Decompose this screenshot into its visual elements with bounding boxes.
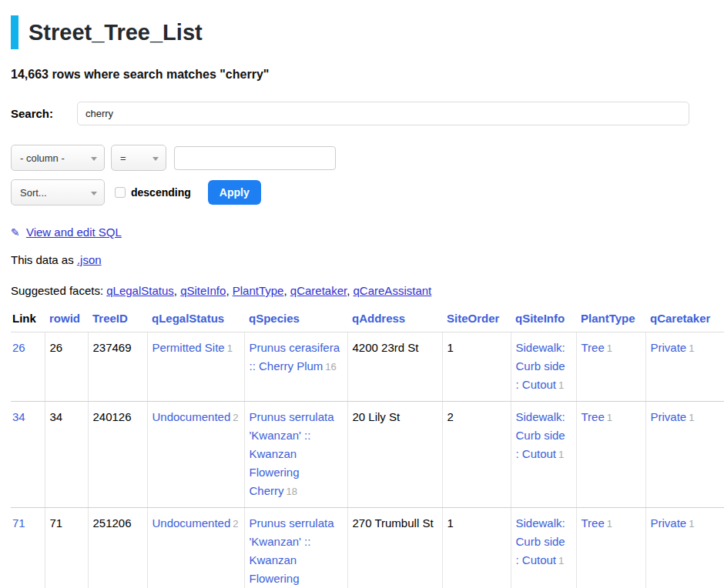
descending-label: descending	[131, 186, 191, 199]
column-header-treeid: TreeID	[88, 309, 147, 332]
qlegalstatus-facet-link[interactable]: Undocumented	[153, 410, 231, 423]
sort-column-treeid[interactable]: TreeID	[92, 312, 128, 325]
column-header-link: Link	[11, 309, 45, 332]
facet-link-qlegalstatus[interactable]: qLegalStatus	[106, 284, 174, 297]
column-header-qaddress: qAddress	[347, 309, 442, 332]
sort-column-rowid[interactable]: rowid	[49, 312, 80, 325]
qcaretaker-facet-link[interactable]: Private	[651, 341, 687, 354]
view-edit-sql-link[interactable]: View and edit SQL	[26, 226, 122, 239]
facet-link-qcareassistant[interactable]: qCareAssistant	[354, 284, 432, 297]
json-link[interactable]: .json	[77, 253, 102, 266]
facets-prefix: Suggested facets:	[11, 284, 106, 297]
sort-column-siteorder[interactable]: SiteOrder	[447, 312, 499, 325]
planttype-facet-link[interactable]: Tree	[582, 516, 605, 530]
qspecies-facet-link[interactable]: Prunus serrulata 'Kwanzan' :: Kwanzan Fl…	[250, 516, 334, 588]
table-header: Link rowid TreeID qLegalStatus qSpecies …	[11, 309, 724, 332]
facet-count: 1	[227, 342, 233, 354]
column-header-siteorder: SiteOrder	[442, 309, 511, 332]
sort-column-qaddress[interactable]: qAddress	[352, 312, 405, 325]
planttype-facet-link[interactable]: Tree	[582, 341, 605, 354]
cell-rowid: 71	[45, 508, 88, 588]
cell-link: 71	[11, 508, 45, 588]
sort-column-qcaretaker[interactable]: qCaretaker	[650, 312, 710, 325]
facet-separator: ,	[174, 284, 180, 297]
search-label: Search:	[11, 107, 77, 120]
cell-link: 34	[11, 402, 45, 508]
column-select-value: - column -	[20, 152, 65, 164]
cell-qaddress: 4200 23rd St	[347, 332, 442, 402]
facet-count: 1	[689, 412, 694, 423]
facet-count: 1	[607, 342, 612, 354]
sort-column-qlegalstatus[interactable]: qLegalStatus	[152, 312, 224, 325]
facet-count: 1	[558, 555, 564, 566]
page-header: Street_Tree_List	[11, 15, 724, 49]
facet-count: 2	[233, 412, 238, 423]
pencil-icon: ✎	[11, 226, 20, 239]
table-row: 26 26 237469 Permitted Site1 Prunus cera…	[11, 332, 724, 402]
page-title: Street_Tree_List	[28, 20, 203, 45]
cell-qsiteinfo: Sidewalk: Curb side : Cutout1	[511, 332, 576, 402]
qcaretaker-facet-link[interactable]: Private	[651, 516, 687, 530]
sort-select[interactable]: Sort...	[11, 179, 105, 205]
results-table: Link rowid TreeID qLegalStatus qSpecies …	[11, 309, 724, 588]
cell-siteorder: 2	[442, 402, 511, 508]
cell-qcaretaker: Private1	[645, 508, 724, 588]
suggested-facets-row: Suggested facets: qLegalStatus, qSiteInf…	[11, 284, 724, 297]
sort-column-qspecies[interactable]: qSpecies	[249, 312, 300, 325]
column-header-qsiteinfo: qSiteInfo	[511, 309, 576, 332]
facet-count: 1	[558, 379, 564, 391]
facet-count: 1	[607, 518, 612, 530]
chevron-down-icon	[91, 192, 97, 195]
column-header-planttype: PlantType	[576, 309, 645, 332]
search-input[interactable]	[77, 102, 689, 125]
row-link[interactable]: 71	[12, 516, 25, 530]
row-count-summary: 14,663 rows where search matches "cherry…	[11, 68, 724, 82]
facet-link-planttype[interactable]: PlantType	[233, 284, 284, 297]
table-row: 71 71 251206 Undocumented2 Prunus serrul…	[11, 508, 724, 588]
facet-separator: ,	[283, 284, 290, 297]
facet-count: 18	[287, 486, 297, 497]
sort-select-value: Sort...	[20, 187, 47, 199]
cell-link: 26	[11, 332, 45, 402]
cell-treeid: 237469	[88, 332, 147, 402]
cell-qlegalstatus: Undocumented2	[147, 402, 244, 508]
chevron-down-icon	[91, 157, 97, 161]
planttype-facet-link[interactable]: Tree	[582, 410, 605, 423]
facet-link-qsiteinfo[interactable]: qSiteInfo	[180, 284, 226, 297]
facet-count: 1	[607, 412, 612, 423]
cell-treeid: 240126	[88, 402, 147, 508]
facet-count: 2	[233, 518, 238, 530]
facet-separator: ,	[347, 284, 353, 297]
table-row: 34 34 240126 Undocumented2 Prunus serrul…	[11, 402, 724, 508]
cell-qspecies: Prunus cerasifera :: Cherry Plum16	[244, 332, 347, 402]
data-as-prefix: This data as	[11, 253, 77, 266]
qcaretaker-facet-link[interactable]: Private	[651, 410, 687, 423]
row-link[interactable]: 34	[12, 410, 25, 423]
sort-column-planttype[interactable]: PlantType	[581, 312, 635, 325]
filter-row: - column - =	[11, 145, 724, 171]
cell-qcaretaker: Private1	[645, 332, 724, 402]
cell-planttype: Tree1	[576, 332, 645, 402]
cell-qaddress: 20 Lily St	[347, 402, 442, 508]
qspecies-facet-link[interactable]: Prunus serrulata 'Kwanzan' :: Kwanzan Fl…	[250, 410, 334, 497]
data-as-row: This data as .json	[11, 253, 724, 266]
facet-count: 1	[558, 449, 564, 460]
qlegalstatus-facet-link[interactable]: Permitted Site	[153, 341, 225, 354]
facet-count: 16	[325, 361, 336, 373]
facet-link-qcaretaker[interactable]: qCaretaker	[290, 284, 347, 297]
filter-value-input[interactable]	[174, 146, 336, 170]
column-header-qlegalstatus: qLegalStatus	[147, 309, 244, 332]
cell-qspecies: Prunus serrulata 'Kwanzan' :: Kwanzan Fl…	[244, 402, 347, 508]
sort-column-qsiteinfo[interactable]: qSiteInfo	[515, 312, 565, 325]
operator-select[interactable]: =	[111, 145, 166, 171]
apply-button[interactable]: Apply	[208, 180, 261, 205]
qlegalstatus-facet-link[interactable]: Undocumented	[153, 516, 231, 530]
column-select[interactable]: - column -	[11, 145, 105, 171]
cell-planttype: Tree1	[576, 508, 645, 588]
row-link[interactable]: 26	[12, 341, 25, 354]
cell-siteorder: 1	[442, 508, 511, 588]
descending-checkbox[interactable]	[115, 187, 126, 198]
cell-qaddress: 270 Trumbull St	[347, 508, 442, 588]
column-header-qcaretaker: qCaretaker	[645, 309, 724, 332]
cell-qcaretaker: Private1	[645, 402, 724, 508]
